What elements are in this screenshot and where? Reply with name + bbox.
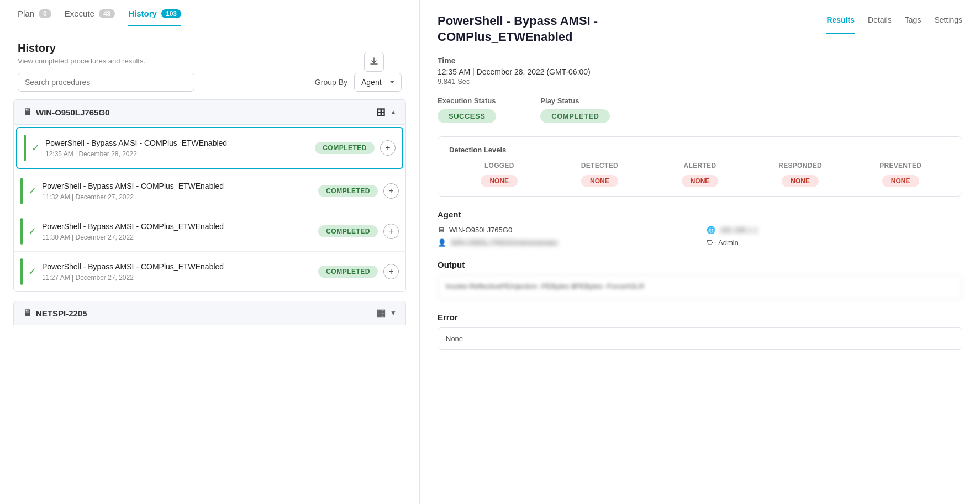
add-button-3[interactable]: + — [383, 224, 399, 239]
duration-value: 9.841 Sec — [438, 77, 962, 86]
error-box: None — [438, 327, 962, 350]
user-icon: 👤 — [438, 238, 446, 247]
output-section: Output Invoke-ReflectivePEInjection -PEB… — [438, 260, 962, 299]
procedure-item-2[interactable]: ✓ PowerShell - Bypass AMSI - COMPlus_ETW… — [14, 171, 405, 211]
check-icon-1: ✓ — [31, 142, 40, 154]
right-header: PowerShell - Bypass AMSI - COMPlus_ETWEn… — [420, 0, 980, 45]
agent-header-win[interactable]: 🖥 WIN-O950LJ765G0 ⊞ ▲ — [13, 99, 406, 125]
agent-netspi-right: ▦ ▼ — [376, 307, 397, 319]
agent-name-netspi: NETSPI-2205 — [36, 309, 87, 318]
group-by-label: Group By — [315, 78, 347, 87]
proc-time-2: 11:32 AM | December 27, 2022 — [42, 193, 313, 201]
detail-tab-details[interactable]: Details — [868, 15, 892, 34]
error-label: Error — [438, 312, 962, 322]
tab-history-label: History — [128, 9, 157, 18]
proc-badge-4: COMPLETED — [318, 266, 378, 278]
detail-content: Time 12:35 AM | December 28, 2022 (GMT-0… — [420, 45, 980, 504]
detection-col-logged: LOGGED NONE — [449, 162, 550, 187]
tab-execute-badge: 48 — [99, 9, 115, 18]
detail-tab-settings[interactable]: Settings — [934, 15, 962, 34]
agent-user-row: 👤 WIN-O950LJ765G0\Administrator — [438, 238, 693, 247]
agent-hostname: WIN-O950LJ765G0 — [449, 226, 512, 234]
tab-plan[interactable]: Plan 0 — [18, 9, 51, 26]
proc-info-2: PowerShell - Bypass AMSI - COMPlus_ETWEn… — [42, 181, 313, 200]
tab-plan-badge: 0 — [39, 9, 51, 18]
check-icon-4: ✓ — [28, 266, 36, 278]
agent-grid: 🖥 WIN-O950LJ765G0 🌐 192.168.1.1 👤 WIN-O9… — [438, 226, 962, 247]
detection-label-alerted: ALERTED — [684, 162, 716, 169]
agent-role-row: 🛡 Admin — [707, 238, 962, 247]
status-bar-2 — [20, 178, 23, 204]
agent-header-left: 🖥 WIN-O950LJ765G0 — [23, 107, 109, 117]
detail-tab-tags[interactable]: Tags — [905, 15, 921, 34]
output-box: Invoke-ReflectivePEInjection -PEBytes $P… — [438, 275, 962, 299]
detection-col-detected: DETECTED NONE — [550, 162, 650, 187]
detail-title: PowerShell - Bypass AMSI - COMPlus_ETWEn… — [438, 13, 703, 45]
check-icon-2: ✓ — [28, 185, 36, 197]
detection-label-logged: LOGGED — [484, 162, 514, 169]
proc-name-4: PowerShell - Bypass AMSI - COMPlus_ETWEn… — [42, 262, 313, 272]
group-by-select[interactable]: Agent Date Status — [354, 73, 402, 92]
proc-info-3: PowerShell - Bypass AMSI - COMPlus_ETWEn… — [42, 221, 313, 241]
procedure-list-area: 🖥 WIN-O950LJ765G0 ⊞ ▲ ✓ PowerShell - Byp… — [0, 99, 419, 504]
detection-col-responded: RESPONDED NONE — [750, 162, 851, 187]
tab-execute-label: Execute — [65, 9, 94, 18]
add-button-1[interactable]: + — [380, 140, 396, 156]
proc-time-4: 11:27 AM | December 27, 2022 — [42, 274, 313, 282]
agent-header-right: ⊞ ▲ — [376, 105, 397, 119]
chevron-up-icon: ▲ — [390, 108, 397, 116]
agent-header-netspi[interactable]: 🖥 NETSPI-2205 ▦ ▼ — [13, 301, 406, 325]
detection-val-responded: NONE — [782, 175, 819, 187]
agent-ip: 192.168.1.1 — [720, 226, 758, 234]
history-controls: Group By Agent Date Status — [0, 65, 419, 99]
tab-plan-label: Plan — [18, 9, 34, 18]
procedure-item-3[interactable]: ✓ PowerShell - Bypass AMSI - COMPlus_ETW… — [14, 211, 405, 252]
procedure-item-4[interactable]: ✓ PowerShell - Bypass AMSI - COMPlus_ETW… — [14, 252, 405, 291]
detection-val-detected: NONE — [581, 175, 618, 187]
history-header: History View completed procedures and re… — [0, 26, 419, 65]
tab-execute[interactable]: Execute 48 — [65, 9, 115, 26]
tab-bar: Plan 0 Execute 48 History 103 — [0, 0, 419, 26]
search-input[interactable] — [18, 73, 194, 92]
agent-section-label: Agent — [438, 210, 962, 219]
proc-time-1: 12:35 AM | December 28, 2022 — [45, 150, 309, 158]
status-bar-4 — [20, 258, 23, 285]
proc-badge-2: COMPLETED — [318, 185, 378, 197]
check-icon-3: ✓ — [28, 225, 36, 237]
add-button-2[interactable]: + — [383, 183, 399, 199]
agent-netspi-left: 🖥 NETSPI-2205 — [23, 308, 87, 318]
shield-icon: 🛡 — [707, 238, 714, 247]
agent-section: Agent 🖥 WIN-O950LJ765G0 🌐 192.168.1.1 👤 … — [438, 210, 962, 247]
globe-icon: 🌐 — [707, 226, 715, 234]
time-section: Time 12:35 AM | December 28, 2022 (GMT-0… — [438, 56, 962, 86]
proc-info-1: PowerShell - Bypass AMSI - COMPlus_ETWEn… — [45, 138, 309, 157]
time-value: 12:35 AM | December 28, 2022 (GMT-06:00) — [438, 67, 962, 76]
status-bar-3 — [20, 218, 23, 245]
detection-label-prevented: PREVENTED — [879, 162, 921, 169]
proc-name-2: PowerShell - Bypass AMSI - COMPlus_ETWEn… — [42, 181, 313, 191]
proc-badge-1: COMPLETED — [315, 142, 375, 154]
procedure-item-1[interactable]: ✓ PowerShell - Bypass AMSI - COMPlus_ETW… — [16, 127, 403, 169]
tab-history[interactable]: History 103 — [128, 9, 181, 26]
proc-name-3: PowerShell - Bypass AMSI - COMPlus_ETWEn… — [42, 221, 313, 231]
windows-logo-icon: ⊞ — [376, 105, 386, 119]
detection-val-alerted: NONE — [682, 175, 719, 187]
add-button-4[interactable]: + — [383, 264, 399, 279]
execution-status-badge: SUCCESS — [438, 109, 496, 123]
agent-user: WIN-O950LJ765G0\Administrator — [451, 238, 558, 247]
agent-ip-row: 🌐 192.168.1.1 — [707, 226, 962, 234]
proc-info-4: PowerShell - Bypass AMSI - COMPlus_ETWEn… — [42, 262, 313, 281]
detail-tab-results[interactable]: Results — [826, 15, 855, 34]
detection-val-logged: NONE — [481, 175, 518, 187]
detection-row: LOGGED NONE DETECTED NONE ALERTED NONE R… — [449, 162, 951, 187]
agent-hostname-row: 🖥 WIN-O950LJ765G0 — [438, 226, 693, 234]
status-bar-1 — [24, 135, 26, 161]
left-panel: Plan 0 Execute 48 History 103 History Vi… — [0, 0, 420, 504]
detection-val-prevented: NONE — [882, 175, 919, 187]
chevron-down-icon: ▼ — [390, 309, 397, 317]
right-panel: PowerShell - Bypass AMSI - COMPlus_ETWEn… — [420, 0, 980, 504]
proc-time-3: 11:30 AM | December 27, 2022 — [42, 234, 313, 241]
monitor-icon-netspi: 🖥 — [23, 308, 31, 318]
execution-status-group: Execution Status SUCCESS — [438, 97, 496, 123]
agent-role: Admin — [718, 238, 739, 247]
